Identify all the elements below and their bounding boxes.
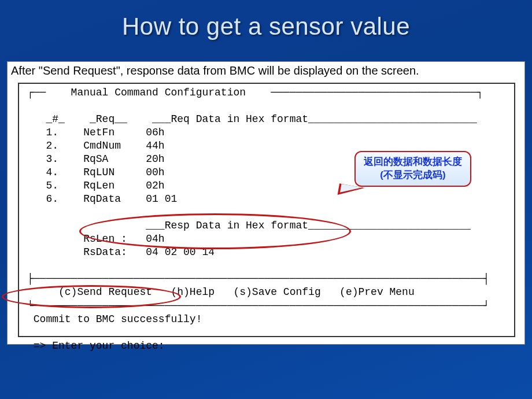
intro-text: After "Send Request", response data from… [8,62,524,81]
highlight-commit-oval [2,285,181,308]
column-headers: _#_ _Req__ ___Req Data in Hex format____… [19,113,514,126]
terminal-box: ┌── Manual Command Configuration ───────… [18,83,515,337]
response-callout: 返回的数据和数据长度 (不显示完成码) [354,151,471,187]
choice-prompt: => Enter your choice: [19,339,514,353]
resp-data: RsData: 04 02 00 14 [19,246,514,259]
menu-top-border: ├───────────────────────────────────────… [19,272,514,286]
callout-line-1: 返回的数据和数据长度 [364,156,462,169]
blank-row-3 [19,259,514,272]
req-row-1: 1. NetFn 06h [19,126,514,139]
blank-row [19,99,514,113]
blank-row-4 [19,326,514,339]
req-row-6: 6. RqData 01 01 [19,193,514,206]
config-title: ┌── Manual Command Configuration ───────… [19,84,514,99]
commit-message: Commit to BMC successfully! [19,313,514,326]
highlight-response-oval [79,213,351,249]
callout-line-2: (不显示完成码) [364,169,462,182]
content-panel: After "Send Request", response data from… [7,61,525,345]
slide-title: How to get a sensor value [0,0,532,40]
